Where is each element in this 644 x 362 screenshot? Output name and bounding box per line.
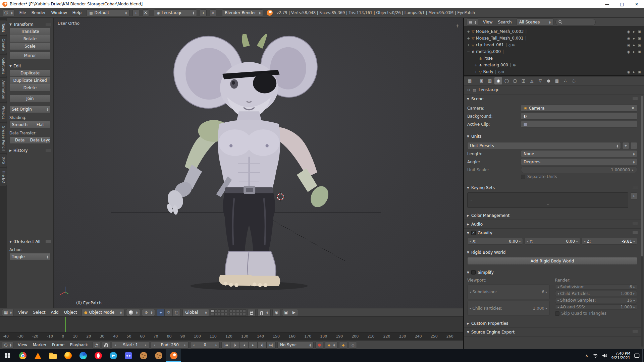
properties-scrollbar[interactable]: [641, 96, 643, 347]
selectable-icon[interactable]: ▸: [633, 29, 635, 34]
expand-icon[interactable]: +: [474, 63, 478, 67]
panel-header-deselect-all[interactable]: ▼ (De)select All: [9, 238, 51, 245]
simplify-checkbox[interactable]: [471, 270, 476, 275]
shelf-tab-physics[interactable]: Physics: [0, 103, 7, 122]
tab-constraints-icon[interactable]: ◫: [520, 77, 527, 84]
scale-manipulator-icon[interactable]: ▢: [173, 309, 181, 316]
selectable-icon[interactable]: ▸: [633, 50, 635, 54]
drag-grip-icon[interactable]: [633, 251, 638, 254]
jump-to-end-button[interactable]: ▸▸|: [267, 342, 276, 349]
active-clip-field[interactable]: ▥: [521, 121, 637, 128]
shelf-tab-animation[interactable]: Animation: [0, 78, 7, 102]
menu-item[interactable]: Frame: [49, 342, 67, 348]
viewport-subdivision-field[interactable]: ◂ Subdivision: 6 ▸: [467, 284, 550, 299]
shelf-tab-file-io[interactable]: File I/O: [0, 168, 7, 186]
region-expand-icon[interactable]: ＋: [454, 22, 460, 29]
clear-icon[interactable]: ✕: [631, 106, 635, 111]
delete-layout-button[interactable]: ✕: [142, 9, 149, 16]
render-restrict-icon[interactable]: ▣: [638, 29, 641, 34]
viewport-child-particles-field[interactable]: ◂ Child Particles: 1.000 ▸: [467, 301, 550, 316]
cookie-clicker-icon[interactable]: [136, 349, 151, 362]
tab-scene-icon[interactable]: ◉: [494, 77, 502, 84]
viewport-shading-selector[interactable]: [126, 309, 141, 316]
outliner-scope-selector[interactable]: All Scenes: [517, 18, 553, 25]
scrollbar-thumb[interactable]: [641, 96, 643, 256]
expand-icon[interactable]: +: [467, 43, 470, 47]
decrement-icon[interactable]: ◂: [557, 305, 559, 309]
panel-header[interactable]: ▼ Units: [464, 132, 641, 140]
remove-preset-button[interactable]: −: [630, 142, 637, 149]
outliner-search-input[interactable]: [555, 19, 596, 25]
gravity-y-field[interactable]: ◂ Y: 0.00 ▸: [524, 238, 580, 245]
properties-scroll-area[interactable]: ▼ Scene Camera: ▣ Camera ✕: [464, 95, 644, 349]
drag-grip-icon[interactable]: [46, 149, 51, 152]
show-desktop-button[interactable]: [642, 349, 644, 362]
panel-header[interactable]: ▼ Gravity: [464, 229, 641, 237]
expand-icon[interactable]: +: [467, 36, 470, 41]
increment-icon[interactable]: ▸: [145, 343, 147, 347]
rotate-button[interactable]: Rotate: [9, 35, 51, 43]
scene-selector[interactable]: ◉ Leostar.qc: [154, 9, 197, 16]
shelf-tab-xps[interactable]: XPS: [0, 154, 7, 167]
sync-mode-selector[interactable]: No Sync: [277, 342, 314, 349]
add-layout-button[interactable]: ＋: [132, 9, 139, 16]
titlebar[interactable]: Blender* [F:\Xabin's Drive\KM Blender St…: [0, 0, 644, 8]
shelf-tab-relations[interactable]: Relations: [0, 55, 7, 77]
lock-to-scene-toggle[interactable]: [248, 309, 256, 316]
drag-grip-icon[interactable]: [633, 231, 638, 234]
render-restrict-icon[interactable]: ▣: [638, 70, 641, 74]
opera-icon[interactable]: [91, 349, 106, 362]
keying-sets-list[interactable]: ◦ ＝: [467, 192, 628, 208]
outliner-row[interactable]: − ⋔ metarig.000 | ◉▸▣: [467, 48, 641, 55]
increment-icon[interactable]: ▸: [633, 285, 635, 289]
background-set-field[interactable]: ◐: [521, 113, 637, 120]
gravity-z-field[interactable]: ◂ Z: -9.81 ▸: [582, 238, 637, 245]
pin-icon[interactable]: ⊙: [467, 88, 470, 92]
data-transfer-data-button[interactable]: Data: [9, 136, 30, 144]
join-button[interactable]: Join: [9, 95, 51, 102]
increment-icon[interactable]: ▸: [632, 168, 634, 172]
ao-sss-field[interactable]: ◂ AO and SSS: 1.000 ▸: [555, 304, 638, 310]
shadow-samples-field[interactable]: ◂ Shadow Samples: 16 ▸: [555, 298, 638, 303]
panel-header[interactable]: ▼ Simplify: [464, 268, 641, 277]
drag-grip-icon[interactable]: [633, 186, 638, 189]
auto-keyframe-record-button[interactable]: [315, 342, 323, 349]
separate-units-checkbox[interactable]: [521, 175, 525, 179]
panel-header[interactable]: ▶ Audio: [464, 220, 641, 228]
delete-button[interactable]: Delete: [9, 84, 51, 92]
tab-render-layers-icon[interactable]: ▥: [486, 77, 494, 84]
frame-start-field[interactable]: ◂ Start: 1 ▸: [112, 342, 149, 349]
add-rigid-body-world-button[interactable]: Add Rigid Body World: [467, 257, 637, 265]
drag-grip-icon[interactable]: [46, 65, 51, 68]
drag-grip-icon[interactable]: [633, 97, 638, 100]
pivot-selector[interactable]: ⊙: [142, 309, 155, 316]
angle-dropdown[interactable]: Degrees: [521, 158, 637, 165]
firefox-icon[interactable]: [60, 349, 75, 362]
panel-header-history[interactable]: ▶ History: [9, 147, 51, 154]
drag-grip-icon[interactable]: [633, 271, 638, 274]
set-origin-dropdown[interactable]: Set Origin: [9, 106, 51, 113]
menu-item[interactable]: Object: [61, 309, 80, 316]
layer-group-1[interactable]: [211, 309, 227, 316]
blender-taskbar-icon[interactable]: [166, 349, 181, 362]
drag-grip-icon[interactable]: [46, 240, 51, 243]
decrement-icon[interactable]: ◂: [557, 285, 559, 289]
add-keying-set-button[interactable]: ＋: [630, 192, 637, 199]
frame-end-field[interactable]: ◂ End: 250 ▸: [151, 342, 189, 349]
outliner-row[interactable]: + ▽ Mouse_Tail_Mesh_0.001 | ◉▸▣: [467, 35, 641, 42]
increment-icon[interactable]: ▸: [546, 290, 547, 294]
chrome-icon[interactable]: [15, 349, 30, 362]
rotate-manipulator-icon[interactable]: ↻: [165, 309, 173, 316]
insert-keyframe-button[interactable]: ◆: [339, 342, 347, 349]
increment-icon[interactable]: ▸: [184, 343, 186, 347]
action-center-icon[interactable]: [634, 353, 640, 358]
shelf-tab-grease-pencil[interactable]: Grease Pencil: [0, 123, 7, 153]
viewport-3d[interactable]: (0) EyePatch User Ortho ＋ Tools Create R…: [0, 18, 463, 308]
render-subdivision-field[interactable]: ◂ Subdivision: 6 ▸: [555, 284, 638, 290]
skip-quad-to-triangles-checkbox[interactable]: [555, 311, 559, 316]
resize-grip-icon[interactable]: ＝: [546, 202, 550, 207]
outliner-row[interactable]: + ▽ Body | ◇⊛ ◉▸▣: [467, 68, 641, 75]
minimize-button[interactable]: —: [600, 0, 614, 8]
menu-item[interactable]: Playback: [67, 342, 91, 348]
panel-header[interactable]: ▶ Color Management: [464, 211, 641, 220]
